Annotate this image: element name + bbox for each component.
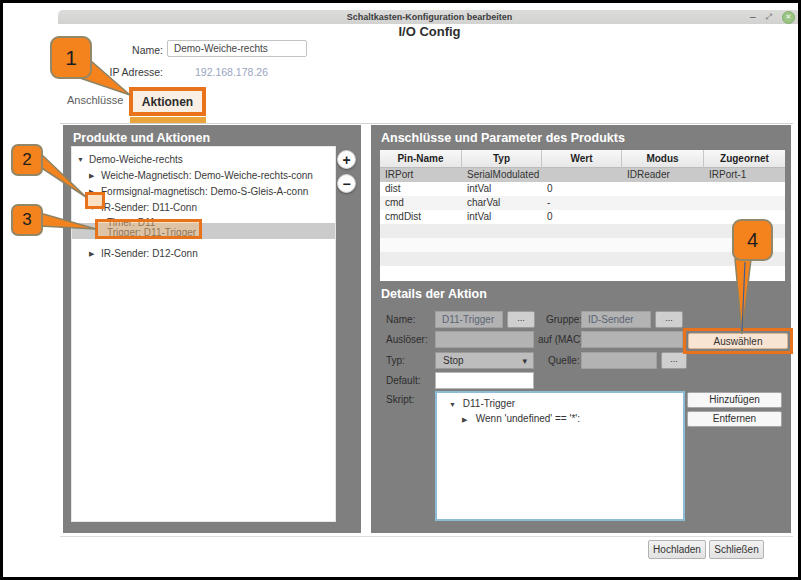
minimize-icon[interactable]: –	[750, 12, 756, 22]
col-modus[interactable]: Modus	[622, 150, 704, 168]
tab-aktionen[interactable]: Aktionen	[129, 87, 206, 116]
tree-item-label: Formsignal-magnetisch: Demo-S-Gleis-A-co…	[101, 186, 308, 197]
table-cell: IRPort	[380, 168, 462, 182]
typ-label: Typ:	[386, 355, 405, 366]
entfernen-button[interactable]: Entfernen	[687, 411, 782, 427]
name-label: Name:	[103, 44, 163, 56]
expanded-arrow-icon[interactable]: ▼	[449, 401, 460, 408]
table-cell: cmdDist	[380, 210, 462, 224]
table-cell: intVal	[462, 210, 542, 224]
window-titlebar[interactable]: Schaltkasten-Konfiguration bearbeiten – …	[58, 10, 801, 24]
tree-item-ir-sender-d12[interactable]: ▶ IR-Sender: D12-Conn	[72, 246, 335, 261]
skript-label: Skript:	[386, 394, 414, 405]
pins-table: Pin-Name Typ Wert Modus Zugeornet IRPort…	[380, 150, 785, 281]
table-cell: -	[542, 196, 622, 210]
callout-3: 3	[11, 204, 43, 236]
ip-value: 192.168.178.26	[195, 66, 268, 78]
ausloeser-label: Auslöser:	[386, 334, 428, 345]
tree-item-label: Demo-Weiche-rechts	[89, 154, 183, 165]
mac-label: auf (MAC)	[538, 334, 584, 345]
expanded-arrow-icon[interactable]: ▼	[77, 156, 89, 163]
tree-item-weiche[interactable]: ▶ Weiche-Magnetisch: Demo-Weiche-rechts-…	[72, 168, 335, 183]
collapsed-arrow-icon[interactable]: ▶	[89, 250, 101, 258]
table-header-row: Pin-Name Typ Wert Modus Zugeornet	[380, 150, 785, 168]
table-cell: charVal	[462, 196, 542, 210]
table-cell	[704, 182, 785, 196]
script-child-row[interactable]: ▶ Wenn 'undefined' == '*':	[462, 413, 580, 424]
table-cell: 0	[542, 210, 622, 224]
footer-divider	[60, 536, 793, 537]
ausloeser-field[interactable]	[435, 331, 534, 348]
col-zugeornet[interactable]: Zugeornet	[704, 150, 785, 168]
schliessen-button[interactable]: Schließen	[709, 540, 764, 559]
gruppe-browse-button[interactable]: ...	[655, 311, 683, 328]
table-row[interactable]: cmd charVal -	[380, 196, 785, 210]
products-tree: ▼ Demo-Weiche-rechts ▶ Weiche-Magnetisch…	[71, 146, 336, 522]
add-button[interactable]: +	[337, 150, 356, 169]
table-cell: IDReader	[622, 168, 704, 182]
table-row[interactable]	[380, 224, 785, 238]
products-panel-heading: Produkte und Aktionen	[73, 131, 210, 145]
table-row[interactable]: cmdDist intVal 0	[380, 210, 785, 224]
ip-label: IP Adresse:	[83, 66, 163, 78]
table-cell	[622, 196, 704, 210]
table-cell: intVal	[462, 182, 542, 196]
parameters-heading: Anschlüsse und Parameter des Produkts	[381, 131, 625, 145]
arrow-highlight-box	[85, 192, 105, 209]
close-icon[interactable]: ✕	[782, 11, 795, 24]
col-typ[interactable]: Typ	[462, 150, 542, 168]
tab-anschluesse[interactable]: Anschlüsse	[67, 94, 123, 106]
col-pin-name[interactable]: Pin-Name	[380, 150, 462, 168]
callout-1: 1	[50, 36, 92, 79]
callout-4: 4	[732, 219, 773, 261]
auswaehlen-button[interactable]: Auswählen	[688, 333, 788, 349]
trigger-highlight-box	[95, 219, 202, 239]
callout-2: 2	[11, 144, 43, 176]
table-cell: cmd	[380, 196, 462, 210]
table-row[interactable]: dist intVal 0	[380, 182, 785, 196]
page-title: I/O Config	[58, 24, 801, 39]
table-cell: dist	[380, 182, 462, 196]
gruppe-label: Gruppe:	[546, 314, 582, 325]
hinzufuegen-button[interactable]: Hinzufügen	[687, 392, 782, 408]
table-row[interactable]	[380, 266, 785, 280]
table-cell	[622, 182, 704, 196]
quelle-field[interactable]	[581, 352, 657, 369]
tree-item-label: Weiche-Magnetisch: Demo-Weiche-rechts-co…	[101, 170, 313, 181]
remove-button[interactable]: −	[337, 174, 356, 193]
hochladen-button[interactable]: Hochladen	[648, 540, 706, 559]
script-root-row[interactable]: ▼ D11-Trigger	[449, 398, 515, 409]
default-field[interactable]	[435, 372, 534, 389]
mac-field[interactable]	[581, 331, 683, 348]
tree-item-formsignal[interactable]: ▶ Formsignal-magnetisch: Demo-S-Gleis-A-…	[72, 184, 335, 199]
tree-item-ir-sender-d11[interactable]: ▼ IR-Sender: D11-Conn	[72, 200, 335, 215]
gruppe-field[interactable]: ID-Sender	[581, 311, 651, 328]
table-row[interactable]	[380, 238, 785, 252]
restore-icon[interactable]: ⤢	[766, 12, 772, 22]
table-row[interactable]: IRPort SerialModulated IDReader IRPort-1	[380, 168, 785, 182]
name-browse-button[interactable]: ...	[507, 311, 535, 328]
window-title: Schaltkasten-Konfiguration bearbeiten	[347, 12, 513, 22]
table-cell	[622, 210, 704, 224]
tree-item-root[interactable]: ▼ Demo-Weiche-rechts	[72, 152, 335, 167]
table-cell: IRPort-1	[704, 168, 785, 182]
details-heading: Details der Aktion	[381, 287, 487, 301]
table-cell: SerialModulated	[462, 168, 542, 182]
table-cell	[704, 196, 785, 210]
name-input[interactable]	[167, 40, 307, 57]
products-panel: Produkte und Aktionen ▼ Demo-Weiche-rech…	[63, 125, 361, 533]
typ-dropdown[interactable]: Stop ▾	[435, 352, 534, 369]
chevron-down-icon: ▾	[522, 354, 527, 369]
collapsed-arrow-icon[interactable]: ▶	[89, 172, 101, 180]
collapsed-arrow-icon[interactable]: ▶	[462, 416, 473, 424]
table-row[interactable]	[380, 252, 785, 266]
script-tree[interactable]: ▼ D11-Trigger ▶ Wenn 'undefined' == '*':	[435, 391, 685, 521]
dialog-screenshot: Schaltkasten-Konfiguration bearbeiten – …	[0, 0, 801, 580]
aktion-name-label: Name:	[386, 314, 415, 325]
aktion-name-field[interactable]: D11-Trigger	[435, 311, 503, 328]
quelle-label: Quelle:	[548, 355, 580, 366]
col-wert[interactable]: Wert	[542, 150, 622, 168]
quelle-browse-button[interactable]: ...	[661, 352, 687, 369]
default-label: Default:	[386, 375, 420, 386]
tree-item-label: IR-Sender: D11-Conn	[101, 202, 197, 213]
